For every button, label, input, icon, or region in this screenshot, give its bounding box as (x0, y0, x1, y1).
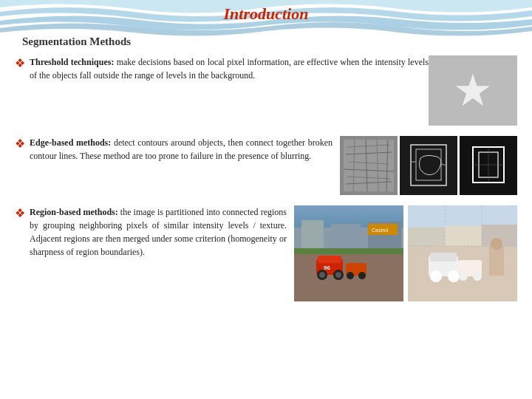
svg-point-32 (319, 272, 325, 278)
region-text: Region-based methods: the image is parti… (30, 205, 287, 259)
threshold-text: Threshold techniques: make decisions bas… (30, 55, 429, 82)
region-method: ❖ Region-based methods: the image is par… (15, 205, 517, 301)
svg-point-48 (430, 270, 442, 282)
svg-rect-24 (301, 220, 324, 250)
edge-title: Edge-based methods: (30, 137, 111, 148)
svg-point-51 (459, 272, 468, 281)
svg-point-37 (358, 272, 366, 279)
svg-rect-25 (331, 224, 361, 250)
svg-rect-53 (489, 246, 504, 276)
region-images: 96 Castrol (294, 205, 517, 301)
svg-text:Castrol: Castrol (372, 228, 389, 233)
bullet-3: ❖ (15, 206, 25, 220)
svg-rect-43 (445, 226, 482, 246)
threshold-title: Threshold techniques: (30, 57, 114, 67)
threshold-method: ❖ Threshold techniques: make decisions b… (15, 55, 517, 126)
svg-point-49 (448, 270, 460, 282)
edge-image-1 (340, 136, 398, 195)
page-title: Introduction (0, 4, 532, 24)
edge-image-3 (460, 136, 517, 195)
region-image-2 (408, 205, 517, 301)
bullet-1: ❖ (15, 56, 25, 70)
section-subtitle: Segmentation Methods (22, 35, 517, 48)
svg-point-36 (347, 272, 354, 279)
svg-text:96: 96 (324, 265, 330, 271)
svg-rect-47 (430, 253, 457, 262)
edge-method: ❖ Edge-based methods: detect contours ar… (15, 136, 517, 195)
star-icon: ★ (453, 69, 493, 113)
svg-point-52 (473, 272, 482, 281)
svg-rect-42 (408, 228, 445, 246)
svg-point-54 (491, 238, 502, 250)
content-area: Segmentation Methods ❖ Threshold techniq… (15, 35, 517, 392)
threshold-image: ★ (429, 55, 517, 126)
edge-images (340, 136, 517, 195)
edge-image-2 (400, 136, 457, 195)
region-image-1: 96 Castrol (294, 205, 403, 301)
svg-rect-28 (294, 248, 403, 254)
svg-rect-30 (318, 256, 341, 263)
edge-text: Edge-based methods: detect contours arou… (30, 136, 332, 163)
svg-point-34 (335, 272, 341, 278)
region-title: Region-based methods: (30, 207, 118, 217)
bullet-2: ❖ (15, 137, 25, 151)
